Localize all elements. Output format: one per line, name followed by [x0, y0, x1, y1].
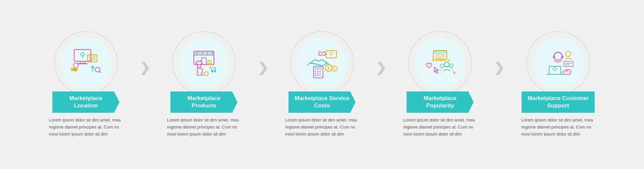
circle-inner-location: 1100 — [60, 37, 112, 89]
desc-support: Lorem ipsum dolor sit dim amet, mea regi… — [515, 113, 602, 138]
icon-products — [182, 41, 226, 85]
step-support: Marketplace CustomerSupport Lorem ipsum … — [501, 31, 615, 138]
svg-text:$: $ — [333, 67, 335, 71]
icon-support — [536, 41, 580, 85]
circle-inner-products — [178, 37, 230, 89]
label-costs: Marketplace ServiceCosts — [288, 91, 356, 113]
svg-point-15 — [95, 67, 100, 72]
svg-rect-37 — [315, 67, 322, 70]
step-popularity: ★★★★★ — [383, 31, 497, 138]
svg-rect-64 — [564, 61, 573, 67]
circle-inner-costs: $ $ — [296, 37, 348, 89]
icon-costs: $ $ — [300, 41, 344, 85]
circle-support — [526, 31, 590, 95]
label-support: Marketplace CustomerSupport — [522, 91, 595, 113]
desc-location: Lorem ipsum dolor sit dim amet, mea regi… — [42, 113, 129, 138]
svg-line-16 — [99, 71, 101, 73]
icon-popularity: ★★★★★ — [418, 41, 462, 85]
desc-costs: Lorem ipsum dolor sit dim amet, mea regi… — [278, 113, 366, 138]
circle-popularity: ★★★★★ — [408, 31, 472, 95]
svg-point-62 — [553, 67, 556, 71]
svg-rect-43 — [319, 73, 321, 74]
svg-rect-46 — [319, 75, 321, 76]
circle-costs: $ $ — [290, 31, 354, 95]
svg-rect-58 — [553, 56, 555, 58]
svg-point-9 — [73, 63, 78, 68]
svg-rect-0 — [74, 50, 91, 61]
circle-inner-popularity: ★★★★★ — [414, 37, 466, 89]
icon-location: 1100 — [64, 41, 108, 85]
svg-point-26 — [214, 71, 216, 73]
svg-rect-24 — [202, 58, 206, 65]
step-costs: $ $ — [265, 31, 379, 138]
step-products: MarketplaceProducts Lorem ipsum dolor si… — [147, 31, 261, 138]
circle-outer-support — [526, 31, 590, 95]
svg-rect-39 — [317, 71, 319, 72]
svg-rect-38 — [315, 71, 316, 72]
label-products: MarketplaceProducts — [170, 91, 237, 113]
circle-location: 1100 — [54, 31, 118, 95]
circle-inner-support — [532, 37, 584, 89]
svg-rect-42 — [317, 73, 319, 74]
svg-point-12 — [91, 66, 94, 69]
svg-point-54 — [440, 64, 443, 67]
svg-rect-59 — [561, 56, 563, 58]
svg-rect-18 — [194, 51, 214, 55]
circle-products — [172, 31, 236, 95]
label-location: MarketplaceLocation — [52, 91, 119, 113]
svg-text:1100: 1100 — [71, 68, 77, 71]
circle-outer-popularity: ★★★★★ — [408, 31, 472, 95]
label-popularity: MarketplacePopularity — [407, 91, 474, 113]
svg-line-27 — [307, 63, 310, 65]
infographic-container: 1100 MarketplaceLocation Lorem ipsum dol… — [10, 24, 634, 145]
svg-point-25 — [212, 71, 213, 73]
svg-text:★★★★★: ★★★★★ — [431, 58, 451, 63]
svg-rect-7 — [93, 57, 95, 60]
svg-text:$: $ — [327, 66, 329, 70]
svg-point-55 — [450, 64, 453, 67]
svg-rect-48 — [433, 51, 447, 54]
svg-rect-1 — [80, 61, 85, 63]
svg-rect-41 — [315, 73, 316, 74]
svg-rect-44 — [315, 75, 316, 76]
svg-rect-2 — [77, 63, 88, 64]
svg-point-63 — [566, 51, 571, 57]
svg-point-3 — [81, 53, 84, 56]
desc-products: Lorem ipsum dolor sit dim amet, mea regi… — [160, 113, 248, 138]
step-location: 1100 MarketplaceLocation Lorem ipsum dol… — [29, 31, 143, 138]
svg-rect-45 — [317, 75, 319, 76]
svg-rect-40 — [319, 71, 321, 72]
desc-popularity: Lorem ipsum dolor sit dim amet, mea regi… — [396, 113, 484, 138]
svg-marker-56 — [453, 71, 455, 75]
circle-outer-costs: $ $ — [290, 31, 354, 95]
svg-point-30 — [330, 52, 333, 55]
circle-outer-location: 1100 — [54, 31, 118, 95]
circle-outer-products — [172, 31, 236, 95]
